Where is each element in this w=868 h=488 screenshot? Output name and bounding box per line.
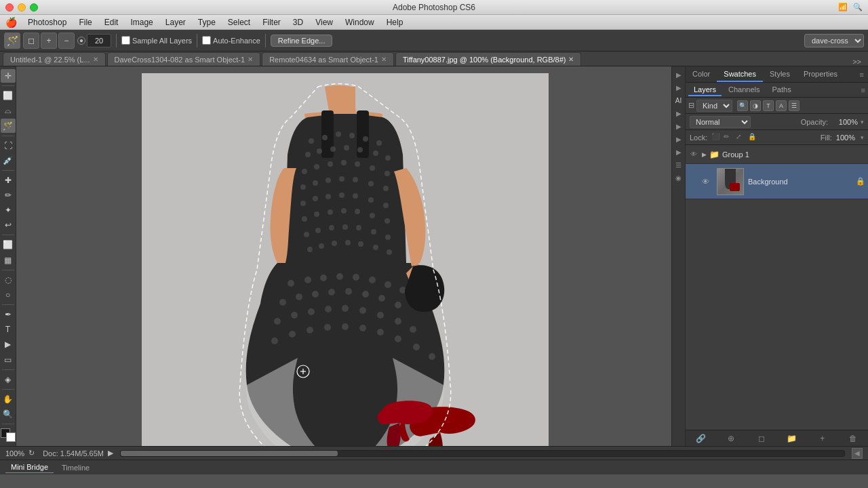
scroll-left-button[interactable]: ◀ xyxy=(852,448,863,459)
status-refresh-button[interactable]: ↻ xyxy=(28,449,35,458)
type-tool[interactable]: T xyxy=(1,323,16,336)
menu-layer[interactable]: Layer xyxy=(160,16,191,28)
background-color[interactable] xyxy=(6,432,16,442)
delete-layer-button[interactable]: 🗑 xyxy=(846,432,860,445)
refine-edge-button[interactable]: Refine Edge... xyxy=(271,35,333,47)
tab-tiffany-close[interactable]: ✕ xyxy=(568,56,574,63)
new-layer-button[interactable]: + xyxy=(816,432,829,445)
3d-tool[interactable]: ◈ xyxy=(1,373,16,386)
paths-tab[interactable]: Paths xyxy=(767,84,797,96)
search-icon[interactable]: 🔍 xyxy=(853,3,863,12)
move-tool[interactable]: ✛ xyxy=(1,69,16,83)
channels-tab[interactable]: Channels xyxy=(723,84,765,96)
group-visibility-icon[interactable]: 👁 xyxy=(688,150,699,158)
close-button[interactable] xyxy=(5,3,14,12)
quick-select-tool[interactable]: 🪄 xyxy=(1,119,16,132)
menu-image[interactable]: Image xyxy=(125,16,158,28)
filter-type-icon[interactable]: T xyxy=(763,100,774,111)
timeline-tab[interactable]: Timeline xyxy=(56,462,95,473)
brush-size-preview[interactable]: ● xyxy=(77,37,85,45)
brush-size-input[interactable]: 20 xyxy=(87,34,111,47)
new-group-button[interactable]: 📁 xyxy=(785,432,799,445)
tool-add-selection[interactable]: + xyxy=(41,33,57,49)
tabs-overflow-button[interactable]: >> xyxy=(848,58,865,66)
horizontal-scrollbar[interactable] xyxy=(120,450,845,457)
maximize-button[interactable] xyxy=(30,3,38,12)
layer-panel-options[interactable]: ≡ xyxy=(861,86,865,94)
path-selection-tool[interactable]: ▶ xyxy=(1,338,16,351)
lock-artboard-icon[interactable]: ⤢ xyxy=(736,133,745,142)
auto-enhance-checkbox[interactable] xyxy=(202,36,211,45)
layer-visibility-eye[interactable]: 👁 xyxy=(702,178,713,186)
tab-remote-close[interactable]: ✕ xyxy=(381,56,387,63)
menu-type[interactable]: Type xyxy=(193,16,221,28)
tool-subtract-selection[interactable]: − xyxy=(58,33,75,49)
menu-file[interactable]: File xyxy=(73,16,97,28)
lasso-tool[interactable]: ⌓ xyxy=(1,104,16,117)
traffic-lights[interactable] xyxy=(5,3,38,12)
filter-pixel-icon[interactable]: 🔍 xyxy=(737,100,748,111)
status-arrow-button[interactable]: ▶ xyxy=(108,449,113,458)
mini-bridge-tab[interactable]: Mini Bridge xyxy=(5,462,54,473)
panel-btn-9[interactable]: ◉ xyxy=(673,172,684,183)
filter-adjustment-icon[interactable]: ◑ xyxy=(750,100,761,111)
layer-group-1[interactable]: 👁 ▶ 📁 Group 1 xyxy=(686,145,868,164)
filter-kind-select[interactable]: Kind xyxy=(696,100,732,112)
zoom-tool[interactable]: 🔍 xyxy=(1,407,16,421)
panel-tab-properties[interactable]: Properties xyxy=(797,67,844,82)
blur-tool[interactable]: ◌ xyxy=(1,273,16,287)
pen-tool[interactable]: ✒ xyxy=(1,308,16,321)
blend-mode-select[interactable]: Normal Multiply Screen xyxy=(690,116,751,128)
add-style-button[interactable]: ⊕ xyxy=(724,432,738,445)
layers-tab[interactable]: Layers xyxy=(688,84,722,96)
hand-tool[interactable]: ✋ xyxy=(1,392,16,406)
tab-tiffany[interactable]: Tiffany00887.jpg @ 100% (Background, RGB… xyxy=(395,52,581,66)
panel-btn-7[interactable]: ▶ xyxy=(673,146,684,157)
brush-tool[interactable]: ✏ xyxy=(1,188,16,202)
group-expand-arrow[interactable]: ▶ xyxy=(702,151,707,158)
tab-remote[interactable]: Remote04634 as Smart Object-1 ✕ xyxy=(262,52,394,66)
panel-btn-4[interactable]: ▶ xyxy=(673,108,684,119)
lock-position-icon[interactable]: ✏ xyxy=(724,133,733,142)
lock-pixels-icon[interactable]: ⬛ xyxy=(711,133,721,142)
gradient-tool[interactable]: ▦ xyxy=(1,253,16,267)
dodge-tool[interactable]: ○ xyxy=(1,288,16,302)
panel-tab-styles[interactable]: Styles xyxy=(763,67,797,82)
sample-all-layers-checkbox[interactable] xyxy=(121,36,130,45)
minimize-button[interactable] xyxy=(18,3,26,12)
menu-photoshop[interactable]: Photoshop xyxy=(22,16,72,28)
filter-smart-icon[interactable]: ☰ xyxy=(789,100,800,111)
menu-window[interactable]: Window xyxy=(340,16,380,28)
menu-select[interactable]: Select xyxy=(222,16,256,28)
fill-dropdown-arrow[interactable]: ▾ xyxy=(861,134,864,141)
panel-btn-5[interactable]: ▶ xyxy=(673,121,684,131)
history-brush-tool[interactable]: ↩ xyxy=(1,218,16,232)
tab-davecross-close[interactable]: ✕ xyxy=(248,56,253,63)
add-mask-button[interactable]: ◻ xyxy=(755,432,768,445)
clone-stamp-tool[interactable]: ✦ xyxy=(1,203,16,217)
menu-help[interactable]: Help xyxy=(381,16,409,28)
tab-untitled-close[interactable]: ✕ xyxy=(93,56,98,63)
panel-tab-color[interactable]: Color xyxy=(686,67,717,82)
scrollbar-thumb[interactable] xyxy=(121,451,338,456)
menu-view[interactable]: View xyxy=(310,16,338,28)
panel-btn-1[interactable]: ▶ xyxy=(673,69,684,80)
crop-tool[interactable]: ⛶ xyxy=(1,139,16,152)
panel-tab-swatches[interactable]: Swatches xyxy=(717,67,763,82)
canvas-area[interactable] xyxy=(16,66,671,446)
panel-options-button[interactable]: ≡ xyxy=(856,70,868,79)
shape-tool[interactable]: ▭ xyxy=(1,352,16,366)
healing-brush-tool[interactable]: ✚ xyxy=(1,174,16,187)
tool-new-selection[interactable]: ◻ xyxy=(23,33,39,49)
marquee-rect-tool[interactable]: ⬜ xyxy=(1,89,16,102)
eraser-tool[interactable]: ⬜ xyxy=(1,238,16,251)
layer-background[interactable]: 👁 Background 🔒 xyxy=(686,164,868,199)
user-select[interactable]: dave-cross xyxy=(804,34,864,47)
menu-edit[interactable]: Edit xyxy=(99,16,124,28)
tab-untitled[interactable]: Untitled-1 @ 22.5% (L... ✕ xyxy=(3,52,106,66)
filter-shape-icon[interactable]: A xyxy=(776,100,787,111)
panel-btn-3[interactable]: AI xyxy=(673,95,684,106)
panel-btn-6[interactable]: ▶ xyxy=(673,134,684,144)
link-layers-button[interactable]: 🔗 xyxy=(694,432,707,445)
menu-filter[interactable]: Filter xyxy=(257,16,286,28)
